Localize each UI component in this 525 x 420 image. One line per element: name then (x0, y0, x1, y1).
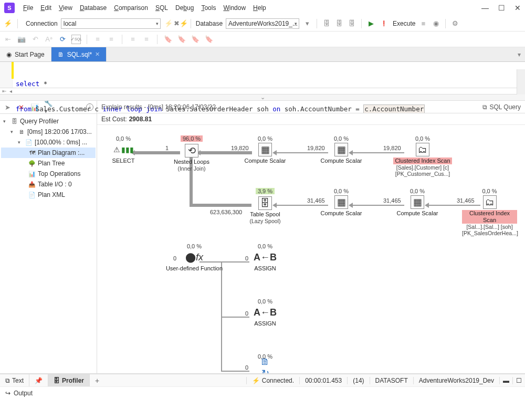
disconnect-icon[interactable]: ⚡ (164, 19, 173, 28)
output-label[interactable]: Output (14, 390, 33, 397)
status-rows: (14) (347, 377, 369, 384)
tree-top-ops[interactable]: 📊Top Operations (1, 169, 96, 179)
menu-debug[interactable]: Debug (172, 2, 197, 14)
status-host: DATASOFT (370, 377, 413, 384)
refresh-exec-icon[interactable]: ◉ (431, 19, 440, 28)
stop-square-icon[interactable]: ■ (418, 19, 428, 28)
disconnect-x-icon[interactable]: ✖⚡ (176, 19, 186, 28)
menu-help[interactable]: Help (250, 2, 269, 14)
indent-icon-1[interactable]: ≡ (93, 35, 102, 44)
connected-icon: ⚡ (252, 377, 260, 384)
tool-misc-icon[interactable]: ⚙ (450, 19, 460, 28)
execute-icon[interactable]: ▶ (366, 19, 376, 28)
est-cost-value: 2908.81 (129, 116, 152, 123)
node-assign-2[interactable]: 0,0 % A←B ASSIGN (247, 298, 284, 327)
sql-check-icon[interactable]: ✓SQL (71, 35, 81, 44)
pin-icon: 📌 (35, 377, 43, 384)
text-tab-icon: ⧉ (5, 377, 10, 384)
tree-table-io[interactable]: 📥Table I/O : 0 (1, 179, 96, 190)
tab-overflow-icon[interactable]: ▾ (513, 47, 525, 61)
node-compute-scalar-1[interactable]: 0,0 % ▦ Compute Scalar (239, 135, 291, 164)
menu-database[interactable]: Database (77, 2, 110, 14)
outdent-icon[interactable]: ≡ (128, 35, 138, 44)
sql-file-icon: 🗎 (58, 51, 64, 58)
menu-bar: File Edit View Database Comparison SQL D… (20, 2, 269, 14)
bottom-tab-text[interactable]: ⧉Text (0, 374, 29, 386)
status-square-icon[interactable]: ☐ (512, 377, 525, 384)
menu-comparison[interactable]: Comparison (111, 2, 151, 14)
editor-scrollbar[interactable] (517, 69, 525, 96)
bookmark-next-icon[interactable]: 🔖 (191, 35, 200, 44)
bookmark-icon[interactable]: 🔖 (163, 35, 173, 44)
add-tab-button[interactable]: + (90, 376, 104, 385)
node-last[interactable]: 0,0 % 🗎↻ (247, 353, 284, 373)
splitter[interactable] (0, 94, 525, 101)
menu-window[interactable]: Window (220, 2, 249, 14)
connection-label: Connection (26, 20, 58, 27)
node-assign-1[interactable]: 0,0 % A←B ASSIGN (247, 243, 284, 272)
node-table-spool[interactable]: 3,9 % 🗄 Table Spool (Lazy Spool) (239, 188, 291, 224)
sql-query-icon[interactable]: ⧉ (482, 103, 487, 111)
new-conn-icon[interactable]: ⚡ (3, 19, 13, 28)
explain-results-label: Explain results - [0ms] 18:20:06 17/03/2… (101, 103, 216, 111)
menu-sql[interactable]: SQL (152, 2, 171, 14)
close-button[interactable]: ✕ (514, 4, 521, 12)
sql-query-link[interactable]: SQL Query (489, 103, 521, 111)
node-clustered-index-scan-2[interactable]: 0,0 % 🗂 Clustered Index Scan [Sal...].[S… (462, 188, 517, 236)
menu-tools[interactable]: Tools (198, 2, 219, 14)
node-udf[interactable]: 0,0 % ⬤fx User-defined Function (160, 243, 228, 272)
menu-view[interactable]: View (56, 2, 76, 14)
db-icon-3[interactable]: 🗄 (347, 19, 356, 28)
status-connected: Connected. (262, 377, 294, 384)
format-icon[interactable]: Aᵃ (44, 35, 54, 44)
bottom-tab-profiler[interactable]: 🗄Profiler (48, 374, 90, 386)
menu-file[interactable]: File (20, 2, 36, 14)
database-combo[interactable]: AdventureWorks2019_... (226, 18, 299, 29)
node-select[interactable]: 0,0 % ⚠▮▮▮ SELECT (102, 135, 144, 164)
db-dropdown-icon[interactable]: ▾ (302, 19, 312, 28)
tab-start-page[interactable]: ◉ Start Page (0, 47, 51, 61)
arrow-icon[interactable]: ➤ (3, 103, 12, 111)
indent-icon-3[interactable]: ≡ (142, 35, 151, 44)
node-nested-loops[interactable]: 96,0 % ⟲ Nested Loops (Inner Join) (168, 135, 215, 172)
close-tab-icon[interactable]: ✕ (95, 51, 100, 58)
status-db: AdventureWorks2019_Dev (413, 377, 499, 384)
start-page-icon: ◉ (6, 51, 12, 58)
db-icon-1[interactable]: 🗄 (322, 19, 331, 28)
est-cost-label: Est Cost: (101, 116, 127, 123)
node-compute-scalar-4[interactable]: 0,0 % ▦ Compute Scalar (391, 188, 444, 217)
db-icon-2[interactable]: 🗄 (334, 19, 344, 28)
camera-icon[interactable]: 📷 (17, 35, 26, 44)
output-icon[interactable]: ↪ (5, 390, 10, 397)
tree-pct[interactable]: ▾📄[100,00% : 0ms] ... (1, 137, 96, 148)
tree-plan-tree[interactable]: 🌳Plan Tree (1, 158, 96, 169)
maximize-button[interactable]: ☐ (498, 4, 505, 12)
code-editor[interactable]: select * from Sales.Customer c inner loo… (0, 62, 525, 88)
minimize-button[interactable]: — (481, 4, 489, 12)
editor-collapse-icon[interactable]: ⇤ (2, 88, 6, 94)
indent-icon-2[interactable]: ≡ (107, 35, 116, 44)
indent-left-icon[interactable]: ⇤ (3, 35, 13, 44)
connection-combo[interactable]: local (61, 18, 161, 29)
bottom-tab-pin[interactable]: 📌 (29, 374, 48, 386)
node-compute-scalar-3[interactable]: 0,0 % ▦ Compute Scalar (315, 188, 368, 217)
node-compute-scalar-2[interactable]: 0,0 % ▦ Compute Scalar (315, 135, 368, 164)
execute-label[interactable]: Execute (393, 20, 415, 27)
stop-icon[interactable]: ❗ (379, 19, 388, 28)
profiler-tab-icon: 🗄 (54, 377, 60, 384)
status-window-icon[interactable]: ▬ (499, 377, 512, 384)
node-clustered-index-scan-1[interactable]: 0,0 % 🗂 Clustered Index Scan [Sales].[Cu… (388, 135, 457, 177)
database-label: Database (196, 20, 223, 27)
refresh-icon[interactable]: ⟳ (58, 35, 67, 44)
tree-plan-diagram[interactable]: 🗺Plan Diagram :... (1, 148, 96, 158)
tab-sql-file[interactable]: 🗎 SQL.sql* ✕ (51, 47, 107, 61)
plan-diagram-canvas[interactable]: 0,0 % ⚠▮▮▮ SELECT 1 96,0 % ⟲ Nested Loop… (97, 125, 525, 373)
menu-edit[interactable]: Edit (37, 2, 55, 14)
bookmark-clear-icon[interactable]: 🔖 (204, 35, 214, 44)
app-logo: S (4, 3, 15, 13)
bookmark-prev-icon[interactable]: 🔖 (177, 35, 186, 44)
status-time: 00:00:01.453 (299, 377, 347, 384)
tree-plan-xml[interactable]: 📄Plan XML (1, 190, 96, 200)
undo-icon[interactable]: ↶ (30, 35, 40, 44)
